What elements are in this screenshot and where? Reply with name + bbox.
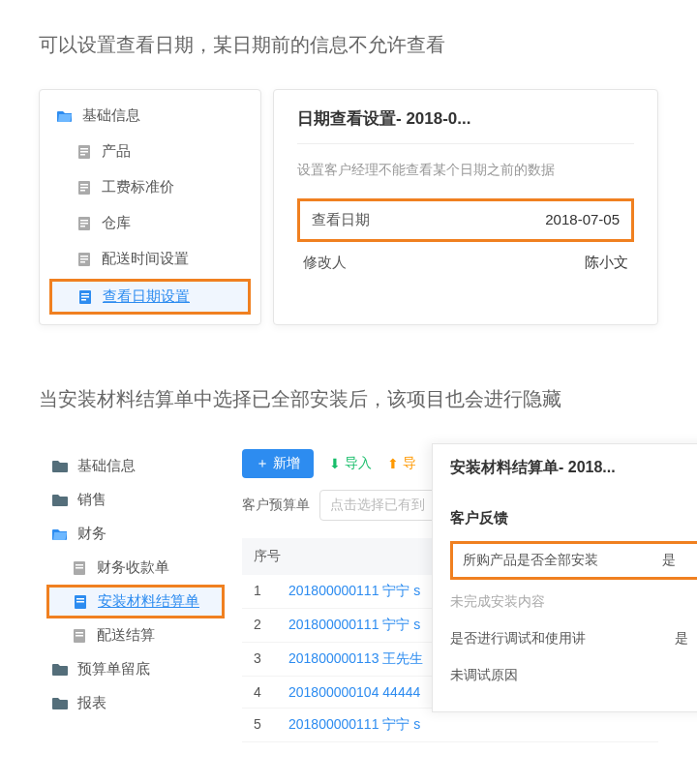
add-button[interactable]: ＋ 新增 [242, 449, 314, 478]
folder-icon [52, 697, 68, 709]
row-modifier: 修改人 陈小文 [297, 242, 634, 284]
section-date-setting: 可以设置查看日期，某日期前的信息不允许查看 基础信息 产品 工费标准价 仓库 [0, 0, 697, 354]
svg-rect-2 [80, 151, 88, 153]
svg-rect-27 [76, 632, 83, 634]
doc-icon [78, 253, 92, 266]
upload-icon: ⬆ [387, 456, 399, 471]
table-row[interactable]: 5 201800000111 宁宁 s [242, 709, 658, 742]
nav-item-view-date-setting[interactable]: 查看日期设置 [52, 282, 248, 312]
row-link[interactable]: 201800000111 宁宁 s [288, 583, 420, 600]
nav-item-label: 预算单留底 [77, 660, 150, 678]
svg-rect-24 [76, 598, 84, 600]
row-link[interactable]: 201800000111 宁宁 s [288, 716, 420, 734]
svg-rect-18 [81, 296, 89, 298]
nav-item-label: 工费标准价 [102, 178, 174, 196]
highlight-install-material: 安装材料结算单 [46, 585, 225, 618]
folder-icon [52, 663, 68, 676]
nav-item-product[interactable]: 产品 [40, 134, 260, 169]
doc-icon [78, 217, 92, 230]
nav-item-label: 查看日期设置 [103, 287, 190, 306]
folder-icon [52, 494, 68, 506]
nav-item-install-material[interactable]: 安装材料结算单 [49, 588, 222, 616]
overlay-row-debug: 是否进行调试和使用讲 是 [450, 620, 697, 657]
panel-group-1: 基础信息 产品 工费标准价 仓库 配送时间设置 查看日期设置 [39, 89, 658, 325]
nav-item-label: 仓库 [102, 214, 131, 232]
overlay-row-label: 是否进行调试和使用讲 [450, 630, 665, 648]
folder-open-icon [52, 528, 68, 541]
overlay-row-value: 是 [675, 630, 697, 648]
nav-item-reports[interactable]: 报表 [39, 686, 232, 720]
nav-item-label: 配送结算 [97, 626, 155, 645]
nav-item-finance-receipt[interactable]: 财务收款单 [39, 551, 232, 585]
overlay-row-value [675, 593, 697, 611]
svg-rect-1 [80, 148, 88, 150]
section-install-material: 当安装材料结算单中选择已全部安装后，该项目也会进行隐藏 基础信息 销售 财务 财… [0, 354, 697, 742]
row-label: 修改人 [303, 254, 347, 272]
doc-icon [74, 629, 87, 643]
svg-rect-10 [80, 223, 88, 225]
export-button[interactable]: ⬆ 导 [387, 455, 416, 472]
nav-item-label: 销售 [77, 491, 106, 509]
add-button-label: 新增 [273, 455, 300, 472]
overlay-row-value [675, 667, 697, 684]
row-idx: 1 [254, 583, 288, 600]
folder-open-icon [57, 109, 73, 123]
caption-1: 可以设置查看日期，某日期前的信息不允许查看 [39, 29, 658, 60]
svg-rect-13 [80, 256, 88, 257]
svg-rect-21 [76, 564, 83, 566]
svg-rect-28 [76, 635, 83, 637]
svg-rect-15 [80, 261, 85, 263]
overlay-row-label: 未完成安装内容 [450, 593, 665, 611]
row-label: 查看日期 [312, 211, 370, 229]
svg-rect-7 [80, 190, 85, 192]
doc-icon [78, 145, 92, 159]
export-label: 导 [403, 455, 416, 472]
nav-item-label: 报表 [77, 694, 106, 712]
import-button[interactable]: ⬇ 导入 [329, 455, 372, 472]
row-value: 2018-07-05 [545, 211, 620, 229]
row-link[interactable]: 201800000104 44444 [288, 684, 420, 700]
row-idx: 3 [254, 650, 288, 668]
overlay-title: 安装材料结算单- 2018... [450, 458, 697, 490]
svg-rect-3 [80, 154, 85, 156]
import-label: 导入 [345, 455, 372, 472]
svg-rect-17 [81, 293, 89, 295]
svg-rect-22 [76, 567, 83, 569]
detail-title: 日期查看设置- 2018-0... [297, 107, 634, 144]
filter-label: 客户预算单 [242, 497, 310, 514]
nav-item-warehouse[interactable]: 仓库 [40, 205, 260, 241]
row-idx: 2 [254, 617, 288, 634]
nav-item-label: 配送时间设置 [102, 250, 189, 268]
nav-item-label: 基础信息 [77, 457, 136, 475]
complex-layout: 基础信息 销售 财务 财务收款单 安装材料结算单 [39, 443, 658, 742]
svg-rect-11 [80, 226, 85, 227]
svg-rect-9 [80, 220, 88, 222]
overlay-subtitle: 客户反馈 [450, 509, 697, 528]
nav-item-delivery-settle[interactable]: 配送结算 [39, 618, 232, 652]
nav-item-cost-price[interactable]: 工费标准价 [40, 169, 260, 205]
overlay-row-incomplete: 未完成安装内容 [450, 584, 697, 620]
row-link[interactable]: 201800000113 王先生 [288, 650, 423, 668]
nav-item-basic-info[interactable]: 基础信息 [39, 449, 232, 483]
row-link[interactable]: 201800000111 宁宁 s [288, 617, 420, 634]
overlay-row-label: 未调试原因 [450, 667, 665, 684]
svg-rect-19 [81, 299, 86, 301]
nav-item-label: 财务 [77, 525, 106, 543]
nav-item-sales[interactable]: 销售 [39, 483, 232, 517]
nav-item-finance[interactable]: 财务 [39, 517, 232, 551]
nav-item-budget-archive[interactable]: 预算单留底 [39, 652, 232, 686]
overlay-row-value: 是 [662, 552, 691, 569]
nav-item-label: 安装材料结算单 [98, 592, 199, 611]
folder-icon [52, 460, 68, 472]
overlay-row-label: 所购产品是否全部安装 [463, 552, 652, 569]
nav-panel-2: 基础信息 销售 财务 财务收款单 安装材料结算单 [39, 443, 232, 742]
svg-rect-14 [80, 258, 88, 260]
nav-root-basic-info[interactable]: 基础信息 [40, 98, 260, 134]
svg-rect-6 [80, 187, 88, 189]
nav-item-delivery-time[interactable]: 配送时间设置 [40, 241, 260, 277]
doc-icon [79, 290, 93, 304]
overlay-row-all-installed: 所购产品是否全部安装 是 [450, 541, 697, 580]
svg-rect-5 [80, 184, 88, 186]
doc-icon [78, 181, 92, 195]
nav-root-label: 基础信息 [82, 106, 140, 125]
